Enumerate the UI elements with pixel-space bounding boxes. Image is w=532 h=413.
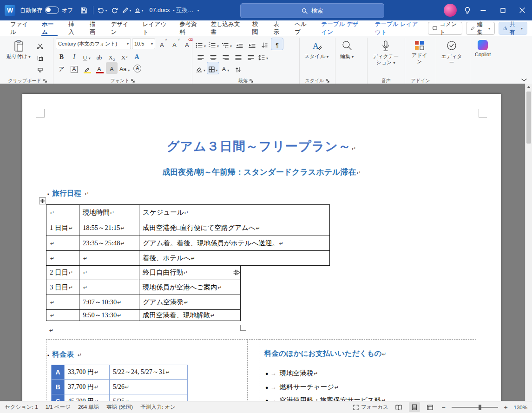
table-cell[interactable]: ↵	[79, 265, 139, 280]
font-name-combo[interactable]: Century (本文のフォント)▾	[56, 39, 131, 49]
table-cell-grade[interactable]: B	[52, 380, 65, 394]
table-cell[interactable]: 着後、ホテルへ↵	[139, 251, 330, 266]
dialog-launcher-icon[interactable]	[131, 79, 135, 83]
autosave-control[interactable]: 自動保存 オフ	[20, 7, 73, 14]
table-cell-grade[interactable]: C	[52, 394, 65, 402]
stamp-quick-access-button[interactable]: ▾	[133, 4, 145, 17]
status-language[interactable]: 英語 (米国)	[106, 404, 133, 411]
table-cell[interactable]: ↵	[79, 280, 139, 295]
table-cell[interactable]: グアム空港発↵	[139, 295, 241, 310]
undo-button[interactable]: ▾	[96, 4, 109, 17]
table-cell[interactable]: スケジュール↵	[139, 205, 330, 220]
vertical-scrollbar[interactable]	[525, 84, 532, 401]
search-box[interactable]: 検索	[240, 3, 384, 18]
enclose-characters-button[interactable]: A	[131, 62, 143, 74]
italic-button[interactable]: I	[68, 50, 80, 62]
minimize-button[interactable]	[473, 0, 493, 20]
document-title-menu[interactable]: 07.docx - 互換… ▾	[150, 7, 199, 14]
line-spacing-button[interactable]	[257, 50, 269, 62]
zoom-in-button[interactable]: +	[503, 404, 509, 411]
comments-button[interactable]: コメント	[428, 22, 462, 35]
maximize-button[interactable]	[493, 0, 512, 20]
table-cell[interactable]: 成田空港発□直行便にて空路グアムへ↵	[139, 220, 330, 236]
copilot-button[interactable]: Copilot	[473, 38, 493, 78]
zoom-slider-thumb[interactable]	[479, 405, 481, 410]
paragraph-marks-button[interactable]	[232, 62, 244, 74]
tab-review[interactable]: 校閲	[247, 20, 268, 36]
asian-layout-button[interactable]: A	[220, 62, 231, 74]
tell-me-button[interactable]	[461, 4, 473, 17]
superscript-button[interactable]: X²	[118, 50, 130, 62]
phonetic-guide-button[interactable]: ア	[56, 62, 67, 74]
highlight-color-button[interactable]	[81, 62, 92, 74]
table-cell[interactable]: 7:07～10:30↵	[79, 295, 139, 310]
editing-mode-button[interactable]: 編集 ▾	[466, 22, 495, 35]
zoom-out-button[interactable]: −	[440, 404, 447, 411]
bullets-button[interactable]	[195, 38, 207, 50]
web-layout-button[interactable]	[425, 402, 436, 412]
table-cell[interactable]: ↵	[46, 251, 79, 266]
tab-draw[interactable]: 描画	[84, 20, 105, 36]
dialog-launcher-icon[interactable]	[43, 79, 47, 83]
addins-button[interactable]: アドイン	[407, 38, 432, 78]
itinerary-heading[interactable]: ▪ 旅行日程 ↵	[47, 189, 89, 198]
numbering-button[interactable]	[208, 38, 220, 50]
editor-button[interactable]: エディター	[439, 38, 465, 78]
dialog-launcher-icon[interactable]	[250, 79, 253, 83]
pen-quick-access-button[interactable]: ▾	[121, 4, 133, 17]
save-button[interactable]	[78, 4, 90, 17]
distribute-button[interactable]	[245, 50, 256, 62]
print-layout-button[interactable]	[409, 402, 420, 412]
change-case-button[interactable]: Aa	[118, 62, 131, 74]
increase-indent-button[interactable]	[246, 38, 258, 50]
align-right-button[interactable]	[220, 50, 231, 62]
sort-button[interactable]	[259, 38, 270, 50]
table-cell[interactable]: ↵	[46, 205, 79, 220]
align-left-button[interactable]	[195, 50, 206, 62]
character-border-button[interactable]: A	[68, 62, 80, 74]
table-cell[interactable]: 現地時間↵	[79, 205, 139, 220]
table-cell-dates[interactable]: 5/26↵	[110, 380, 188, 394]
shading-button[interactable]	[195, 62, 206, 74]
strikethrough-button[interactable]: ab	[93, 50, 105, 62]
table-resize-handle[interactable]	[240, 325, 246, 331]
table-cell[interactable]: ↵	[46, 295, 79, 310]
table-cell[interactable]: ↵	[46, 310, 79, 321]
table-cell[interactable]: ↵	[46, 236, 79, 251]
justify-button[interactable]	[232, 50, 244, 62]
table-cell[interactable]: 9:50～13:30↵	[79, 310, 139, 321]
tab-mailings[interactable]: 差し込み文書	[205, 20, 246, 36]
tab-design[interactable]: デザイン	[105, 20, 137, 36]
status-page[interactable]: 1/1 ページ	[46, 404, 71, 411]
text-effects-button[interactable]: A	[131, 50, 143, 62]
character-shading-button[interactable]: A	[106, 62, 118, 74]
styles-button[interactable]: A スタイル	[302, 38, 331, 78]
collapse-ribbon-button[interactable]	[521, 78, 527, 82]
table-cell-price[interactable]: 37,700 円↵	[65, 380, 110, 394]
share-button[interactable]: 共有 ▾	[499, 22, 527, 35]
tab-help[interactable]: ヘルプ	[289, 20, 315, 36]
bold-button[interactable]: B	[56, 50, 67, 62]
zoom-slider[interactable]	[452, 407, 498, 408]
paste-button[interactable]: 貼り付け	[4, 38, 33, 78]
table-cell[interactable]: ↵	[79, 251, 139, 266]
table-cell[interactable]: 18:55～21:15↵	[79, 220, 139, 236]
table-cell[interactable]: 終日自由行動↵	[139, 265, 241, 280]
zoom-level[interactable]: 130%	[514, 405, 527, 410]
shrink-font-button[interactable]: A	[169, 38, 180, 50]
cut-button[interactable]	[34, 39, 46, 51]
status-text-prediction[interactable]: 予測入力: オン	[140, 404, 176, 411]
underline-button[interactable]: U	[81, 50, 92, 62]
prices-heading[interactable]: ▪ 料金表 ↵	[47, 350, 82, 360]
page[interactable]: グアム３日間～フリープラン～↵ 成田夜発/朝～午前帰：スタンダードクラスホテル滞…	[22, 94, 501, 401]
subscript-button[interactable]: X₂	[106, 50, 118, 62]
table-cell-price[interactable]: 45,700 円↵	[65, 394, 110, 402]
table-cell[interactable]: 23:35～25:48↵	[79, 236, 139, 251]
table-cell[interactable]: 1 日目↵	[46, 220, 79, 236]
status-section[interactable]: セクション: 1	[5, 404, 38, 411]
dialog-launcher-icon[interactable]	[326, 79, 329, 83]
tab-table-design[interactable]: テーブル デザイン	[315, 20, 369, 36]
tab-view[interactable]: 表示	[268, 20, 289, 36]
clear-formatting-button[interactable]: A	[181, 38, 193, 50]
scrollbar-thumb[interactable]	[526, 92, 531, 144]
